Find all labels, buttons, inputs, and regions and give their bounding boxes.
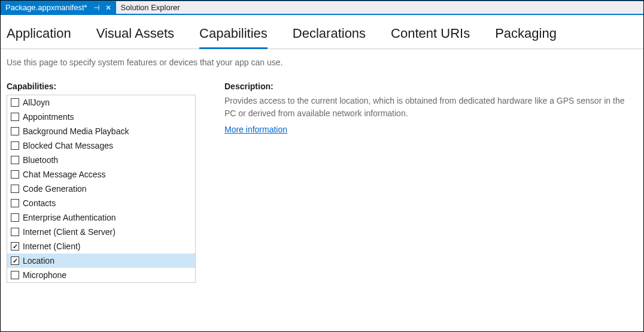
tab-capabilities[interactable]: Capabilities — [199, 26, 268, 49]
capability-checkbox[interactable] — [11, 127, 19, 135]
tab-application[interactable]: Application — [7, 26, 71, 49]
manifest-nav-tabs: Application Visual Assets Capabilities D… — [1, 15, 643, 49]
document-tabstrip: Package.appxmanifest* ⊣ ✕ Solution Explo… — [1, 1, 643, 15]
capability-row[interactable]: Blocked Chat Messages — [7, 138, 195, 153]
capability-row[interactable]: Microphone — [7, 268, 195, 282]
tab-visual-assets[interactable]: Visual Assets — [96, 26, 174, 49]
capability-row[interactable]: Background Media Playback — [7, 124, 195, 138]
capability-label: Code Generation — [23, 184, 87, 194]
main-content: Capabilities: AllJoynAppointmentsBackgro… — [1, 82, 643, 283]
capability-checkbox[interactable] — [11, 141, 19, 150]
capability-checkbox[interactable] — [11, 256, 19, 265]
description-panel: Description: Provides access to the curr… — [224, 82, 637, 283]
capability-checkbox[interactable] — [11, 98, 19, 107]
document-tab-label: Package.appxmanifest* — [5, 3, 87, 12]
capability-checkbox[interactable] — [11, 199, 19, 207]
close-icon[interactable]: ✕ — [105, 4, 111, 11]
tab-packaging[interactable]: Packaging — [495, 26, 557, 49]
capability-row[interactable]: Appointments — [7, 110, 195, 124]
capabilities-heading: Capabilities: — [7, 82, 196, 91]
capability-row[interactable]: Contacts — [7, 196, 195, 210]
capability-checkbox[interactable] — [11, 271, 19, 279]
document-tab-label: Solution Explorer — [121, 3, 180, 12]
capability-checkbox[interactable] — [11, 228, 19, 236]
description-text: Provides access to the current location,… — [224, 95, 637, 120]
capability-label: Blocked Chat Messages — [23, 141, 113, 150]
capability-row[interactable]: Chat Message Access — [7, 167, 195, 182]
capability-row[interactable]: AllJoyn — [7, 95, 195, 110]
capability-checkbox[interactable] — [11, 185, 19, 193]
capability-label: Microphone — [23, 270, 66, 280]
capabilities-list[interactable]: AllJoynAppointmentsBackground Media Play… — [7, 95, 196, 283]
capability-label: Enterprise Authentication — [23, 213, 116, 222]
capability-label: Internet (Client) — [23, 242, 80, 251]
capability-label: Background Media Playback — [23, 126, 129, 136]
document-tab-active[interactable]: Package.appxmanifest* ⊣ ✕ — [1, 1, 116, 14]
capability-checkbox[interactable] — [11, 242, 19, 250]
capability-checkbox[interactable] — [11, 156, 19, 164]
capability-row[interactable]: Internet (Client & Server) — [7, 225, 195, 239]
capabilities-panel: Capabilities: AllJoynAppointmentsBackgro… — [7, 82, 196, 283]
page-hint: Use this page to specify system features… — [1, 49, 643, 82]
capability-row[interactable]: Code Generation — [7, 182, 195, 196]
capability-label: AllJoyn — [23, 98, 50, 107]
capability-row[interactable]: Enterprise Authentication — [7, 210, 195, 225]
tab-declarations[interactable]: Declarations — [293, 26, 366, 49]
capability-row[interactable]: Bluetooth — [7, 153, 195, 167]
pin-icon[interactable]: ⊣ — [93, 4, 99, 11]
capability-checkbox[interactable] — [11, 213, 19, 222]
capability-checkbox[interactable] — [11, 170, 19, 179]
more-information-link[interactable]: More information — [224, 125, 287, 134]
capability-label: Appointments — [23, 112, 74, 122]
capability-label: Bluetooth — [23, 155, 58, 165]
capability-row[interactable]: Internet (Client) — [7, 239, 195, 253]
capability-label: Location — [23, 256, 54, 265]
capability-label: Chat Message Access — [23, 170, 106, 179]
capability-checkbox[interactable] — [11, 113, 19, 121]
capability-label: Contacts — [23, 198, 56, 208]
description-heading: Description: — [224, 82, 637, 91]
capability-label: Internet (Client & Server) — [23, 227, 116, 237]
tab-content-uris[interactable]: Content URIs — [391, 26, 470, 49]
capability-row[interactable]: Location — [7, 253, 195, 268]
document-tab-inactive[interactable]: Solution Explorer — [116, 1, 185, 14]
